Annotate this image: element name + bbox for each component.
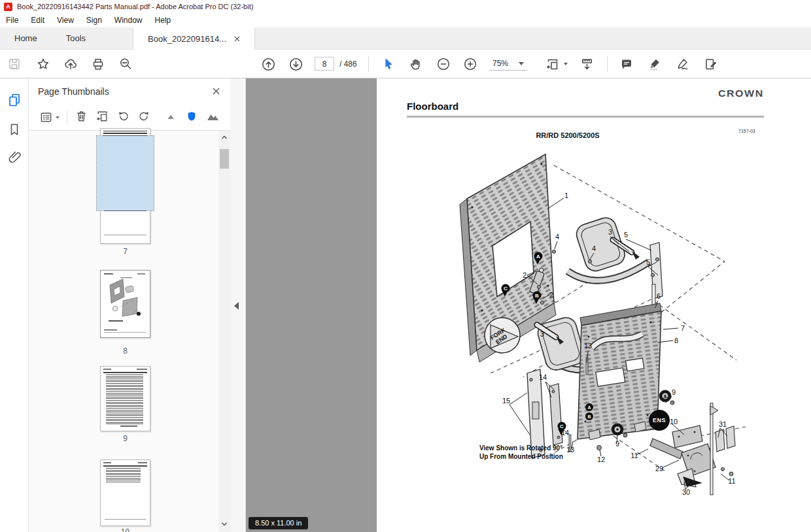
- svg-text:ENS: ENS: [653, 417, 666, 424]
- svg-text:5: 5: [624, 231, 628, 239]
- svg-text:30: 30: [682, 488, 690, 496]
- insert-pages-icon[interactable]: [95, 109, 109, 125]
- svg-text:13: 13: [584, 342, 592, 350]
- collapse-panel-icon[interactable]: [234, 302, 239, 310]
- menu-bar: File Edit View Sign Window Help: [0, 13, 811, 27]
- thumbnail-scrollbar[interactable]: [218, 131, 230, 532]
- highlight-icon[interactable]: [644, 53, 666, 75]
- reduce-thumbnails-icon[interactable]: [165, 110, 178, 125]
- panel-toolbar-divider: [67, 110, 67, 125]
- svg-text:5: 5: [646, 258, 650, 266]
- window-title: Book_20220916143442 Parts Manual.pdf - A…: [17, 3, 253, 10]
- tab-document-label: Book_2022091614...: [148, 34, 226, 44]
- svg-text:A: A: [536, 254, 540, 259]
- svg-text:3: 3: [608, 228, 612, 236]
- svg-text:4: 4: [592, 244, 596, 252]
- thumbnail-page-10[interactable]: [100, 459, 150, 526]
- scrollbar-thumb[interactable]: [220, 149, 229, 169]
- svg-text:A: A: [587, 405, 591, 410]
- save-icon[interactable]: [3, 53, 26, 75]
- menu-edit[interactable]: Edit: [31, 16, 44, 25]
- document-number: 7157-03: [738, 129, 755, 133]
- zoom-level-value: 75%: [492, 59, 508, 68]
- scroll-down-icon[interactable]: [220, 520, 229, 529]
- toolbar-divider: [368, 56, 369, 72]
- zoom-out-icon[interactable]: [432, 53, 455, 75]
- svg-text:9: 9: [672, 388, 676, 396]
- zoom-level-dropdown[interactable]: 75%: [489, 57, 527, 71]
- navigation-pane-strip: [0, 78, 29, 532]
- title-bar: A Book_20220916143442 Parts Manual.pdf -…: [0, 0, 811, 13]
- svg-text:2: 2: [523, 271, 526, 279]
- document-area: CROWN Floorboard RR/RD 5200/5200S 7157-0…: [246, 78, 811, 532]
- tab-close-icon[interactable]: [234, 36, 240, 42]
- menu-file[interactable]: File: [6, 16, 18, 25]
- svg-text:31: 31: [719, 420, 727, 428]
- enlarge-thumbnails-icon[interactable]: [205, 109, 220, 126]
- bookmarks-panel-icon[interactable]: [5, 120, 24, 139]
- delete-pages-icon[interactable]: [75, 109, 88, 125]
- svg-text:13: 13: [566, 446, 574, 454]
- thumbnail-selection: [97, 136, 154, 210]
- thumbnail-options-icon[interactable]: [39, 110, 60, 124]
- main-toolbar: / 486 75%: [0, 50, 811, 78]
- rotate-counterclockwise-icon[interactable]: [116, 109, 130, 125]
- thumbnail-page-9[interactable]: [100, 366, 150, 431]
- edit-pdf-icon[interactable]: [699, 53, 721, 75]
- page-thumbnails-panel-icon[interactable]: [5, 90, 24, 108]
- panel-close-icon[interactable]: [213, 86, 220, 97]
- thumbnail-page-8[interactable]: [100, 270, 150, 338]
- svg-text:B: B: [587, 414, 591, 419]
- svg-text:14: 14: [561, 429, 569, 437]
- next-page-icon[interactable]: [285, 53, 307, 75]
- comment-icon[interactable]: [615, 53, 638, 75]
- select-tool-icon[interactable]: [377, 53, 400, 75]
- thumbnail-label: 8: [100, 346, 150, 356]
- rotate-clockwise-icon[interactable]: [137, 109, 151, 125]
- svg-text:12: 12: [597, 456, 605, 463]
- zoom-in-icon[interactable]: [459, 53, 481, 75]
- svg-text:B: B: [535, 293, 539, 299]
- thumbnail-label: 9: [100, 434, 150, 443]
- pdf-page: CROWN Floorboard RR/RD 5200/5200S 7157-0…: [377, 78, 811, 532]
- svg-text:1: 1: [564, 191, 568, 199]
- scroll-up-icon[interactable]: [220, 133, 229, 142]
- print-icon[interactable]: [87, 53, 109, 75]
- search-icon[interactable]: [114, 53, 137, 75]
- menu-sign[interactable]: Sign: [86, 16, 102, 25]
- main-area: Page Thumbnails: [0, 78, 811, 532]
- svg-text:9: 9: [615, 440, 619, 448]
- svg-text:7: 7: [681, 324, 685, 332]
- menu-help[interactable]: Help: [155, 16, 171, 25]
- svg-text:15: 15: [502, 397, 510, 405]
- star-favorites-icon[interactable]: [32, 53, 54, 75]
- page-number-input[interactable]: [315, 57, 334, 71]
- svg-text:C: C: [504, 286, 508, 291]
- tab-bar: Home Tools Book_2022091614...: [0, 27, 811, 50]
- fit-width-icon[interactable]: [542, 53, 564, 75]
- acrobat-window: A Book_20220916143442 Parts Manual.pdf -…: [0, 0, 811, 532]
- chevron-down-icon[interactable]: [564, 63, 568, 65]
- attachments-panel-icon[interactable]: [5, 148, 24, 166]
- panel-collapse-strip: [230, 78, 246, 532]
- previous-page-icon[interactable]: [257, 53, 279, 75]
- tab-document[interactable]: Book_2022091614...: [133, 27, 255, 50]
- scrolling-mode-icon[interactable]: [576, 53, 598, 75]
- menu-view[interactable]: View: [57, 16, 74, 25]
- svg-text:29: 29: [655, 465, 663, 473]
- tab-home[interactable]: Home: [0, 27, 52, 49]
- ens-badge: ENS: [649, 410, 670, 431]
- menu-window[interactable]: Window: [114, 16, 143, 25]
- svg-text:10: 10: [670, 418, 678, 425]
- page-count-label: / 486: [339, 59, 357, 69]
- hand-tool-icon[interactable]: [405, 53, 427, 75]
- fill-sign-icon[interactable]: [671, 53, 693, 75]
- tab-tools[interactable]: Tools: [52, 27, 100, 49]
- panel-title: Page Thumbnails: [38, 86, 109, 97]
- exploded-parts-diagram: FORK END A B C A B C: [392, 147, 772, 516]
- svg-text:11: 11: [728, 477, 735, 485]
- svg-text:View Shown is Rotated 90°: View Shown is Rotated 90°: [479, 444, 562, 452]
- share-upload-icon[interactable]: [60, 53, 82, 75]
- page-thumbnails-panel: Page Thumbnails: [29, 78, 230, 532]
- shield-icon[interactable]: [185, 110, 198, 125]
